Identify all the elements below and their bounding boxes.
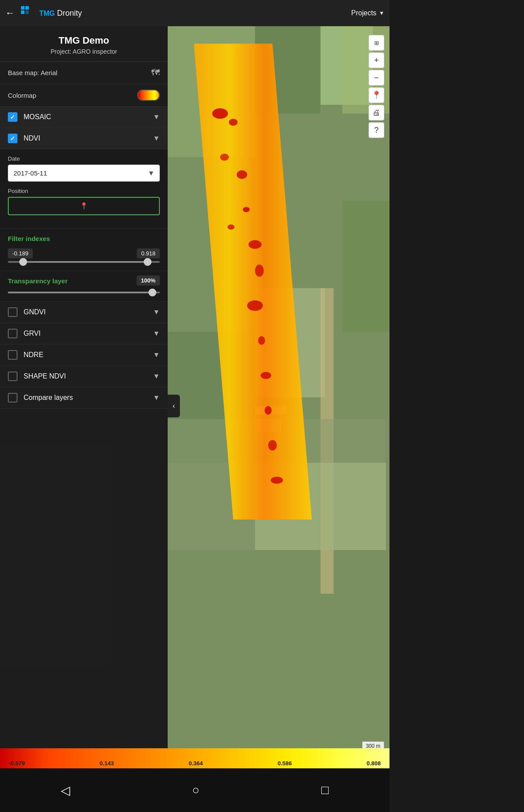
filter-slider-track[interactable] bbox=[8, 261, 160, 263]
svg-point-23 bbox=[237, 170, 247, 179]
basemap-label: Base map: Aerial bbox=[8, 69, 57, 76]
topbar: ← TMG Dronity Projects ▼ bbox=[0, 0, 390, 26]
svg-point-33 bbox=[220, 154, 229, 161]
layer-mosaic[interactable]: ✓ MOSAIC ▼ bbox=[0, 107, 168, 128]
map-icon: 🗺 bbox=[151, 68, 160, 78]
zoom-out-button[interactable]: − bbox=[369, 70, 384, 86]
fullscreen-button[interactable]: ⊞ bbox=[369, 35, 384, 51]
android-back-button[interactable]: ◁ bbox=[61, 783, 70, 798]
sidebar-toggle-button[interactable]: ‹ bbox=[168, 395, 180, 417]
map-controls: ⊞ + − 📍 🖨 ? bbox=[369, 35, 384, 138]
project-title: TMG Demo bbox=[7, 35, 161, 46]
svg-point-25 bbox=[248, 240, 262, 249]
shape-ndvi-checkbox[interactable] bbox=[8, 372, 17, 381]
ndvi-expanded-panel: Date 2017-05-11 ▼ Position 📍 bbox=[0, 149, 168, 229]
layer-grvi[interactable]: GRVI ▼ bbox=[0, 323, 168, 344]
ndvi-checkmark: ✓ bbox=[10, 135, 15, 142]
back-icon: ← bbox=[5, 7, 15, 18]
basemap-row[interactable]: Base map: Aerial 🗺 bbox=[0, 62, 168, 84]
ndre-chevron-icon: ▼ bbox=[153, 351, 160, 359]
scale-val-3: 0.364 bbox=[189, 760, 203, 768]
fullscreen-icon: ⊞ bbox=[374, 40, 379, 46]
position-pin-icon: 📍 bbox=[80, 202, 88, 210]
layer-gndvi[interactable]: GNDVI ▼ bbox=[0, 302, 168, 323]
transparency-slider-fill bbox=[8, 292, 152, 293]
transparency-slider-thumb[interactable] bbox=[148, 289, 156, 296]
android-back-icon: ◁ bbox=[61, 783, 70, 798]
gndvi-chevron-icon: ▼ bbox=[153, 308, 160, 316]
ndre-label: NDRE bbox=[24, 351, 153, 359]
colormap-swatch bbox=[137, 89, 160, 101]
grvi-chevron-icon: ▼ bbox=[153, 330, 160, 337]
print-icon: 🖨 bbox=[372, 108, 380, 117]
projects-chevron-icon: ▼ bbox=[379, 10, 384, 16]
gndvi-checkbox[interactable] bbox=[8, 307, 17, 317]
mosaic-chevron-icon: ▼ bbox=[153, 113, 160, 121]
grvi-checkbox[interactable] bbox=[8, 329, 17, 338]
zoom-in-button[interactable]: + bbox=[369, 52, 384, 68]
android-home-icon: ○ bbox=[192, 783, 200, 797]
location-icon: 📍 bbox=[372, 90, 381, 100]
location-button[interactable]: 📍 bbox=[369, 87, 384, 103]
filter-max-value: 0.918 bbox=[137, 248, 160, 258]
android-recents-icon: □ bbox=[321, 783, 329, 797]
ndvi-checkbox[interactable]: ✓ bbox=[8, 134, 17, 143]
mosaic-label: MOSAIC bbox=[24, 113, 153, 121]
project-header: TMG Demo Project: AGRO inspector bbox=[0, 26, 168, 62]
logo-area: TMG Dronity bbox=[20, 5, 82, 21]
projects-button[interactable]: Projects ▼ bbox=[351, 9, 384, 17]
svg-point-21 bbox=[212, 108, 228, 119]
svg-point-24 bbox=[243, 207, 250, 212]
filter-indexes-panel: Filter indexes -0.189 0.918 bbox=[0, 229, 168, 271]
shape-ndvi-label: SHAPE NDVI bbox=[24, 372, 153, 380]
position-field-label: Position bbox=[8, 188, 160, 194]
scale-val-4: 0.586 bbox=[278, 760, 292, 768]
scale-val-1: -0.079 bbox=[9, 760, 25, 768]
android-home-button[interactable]: ○ bbox=[192, 783, 200, 797]
svg-point-31 bbox=[268, 440, 277, 451]
zoom-out-icon: − bbox=[374, 73, 379, 83]
print-button[interactable]: 🖨 bbox=[369, 105, 384, 120]
ndvi-label: NDVI bbox=[24, 134, 153, 142]
sidebar-toggle-icon: ‹ bbox=[172, 402, 175, 410]
layer-shape-ndvi[interactable]: SHAPE NDVI ▼ bbox=[0, 366, 168, 387]
transparency-panel: Transparency layer 100% bbox=[0, 271, 168, 302]
svg-point-27 bbox=[247, 300, 263, 311]
svg-point-22 bbox=[229, 119, 238, 126]
ndvi-field-overlay bbox=[168, 26, 390, 768]
mosaic-checkbox[interactable]: ✓ bbox=[8, 112, 17, 122]
filter-slider-right-thumb[interactable] bbox=[144, 258, 152, 266]
map-area[interactable]: ⊞ + − 📍 🖨 ? 300 m Leaflet | Map-data © T… bbox=[168, 26, 390, 768]
projects-label: Projects bbox=[351, 9, 376, 17]
help-button[interactable]: ? bbox=[369, 122, 384, 138]
scale-val-2: 0.143 bbox=[100, 760, 114, 768]
project-subtitle: Project: AGRO inspector bbox=[7, 48, 161, 55]
transparency-slider-track[interactable] bbox=[8, 292, 160, 293]
mosaic-checkmark: ✓ bbox=[10, 114, 15, 120]
back-button[interactable]: ← bbox=[5, 7, 15, 19]
scale-labels: -0.079 0.143 0.364 0.586 0.808 bbox=[0, 760, 390, 768]
filter-indexes-title: Filter indexes bbox=[8, 235, 160, 242]
svg-point-32 bbox=[271, 477, 283, 484]
layer-ndre[interactable]: NDRE ▼ bbox=[0, 344, 168, 366]
layer-ndvi[interactable]: ✓ NDVI ▼ bbox=[0, 128, 168, 149]
range-labels: -0.189 0.918 bbox=[8, 248, 160, 258]
ndre-checkbox[interactable] bbox=[8, 350, 17, 360]
svg-point-30 bbox=[265, 406, 272, 415]
position-field[interactable]: 📍 bbox=[8, 197, 160, 215]
gndvi-label: GNDVI bbox=[24, 308, 153, 316]
date-select[interactable]: 2017-05-11 bbox=[8, 165, 160, 182]
compare-checkbox[interactable] bbox=[8, 393, 17, 403]
layer-compare[interactable]: Compare layers ▼ bbox=[0, 387, 168, 409]
android-recents-button[interactable]: □ bbox=[321, 783, 329, 797]
colormap-row[interactable]: Colormap bbox=[0, 84, 168, 107]
help-icon: ? bbox=[374, 126, 379, 135]
filter-min-value: -0.189 bbox=[8, 248, 33, 258]
grvi-label: GRVI bbox=[24, 330, 153, 337]
ndvi-chevron-icon: ▼ bbox=[153, 134, 160, 142]
brand-dronity: Dronity bbox=[55, 9, 82, 17]
date-field-label: Date bbox=[8, 155, 160, 162]
filter-slider-left-thumb[interactable] bbox=[19, 258, 27, 266]
sidebar: TMG Demo Project: AGRO inspector Base ma… bbox=[0, 26, 168, 768]
date-select-wrapper[interactable]: 2017-05-11 ▼ bbox=[8, 165, 160, 182]
